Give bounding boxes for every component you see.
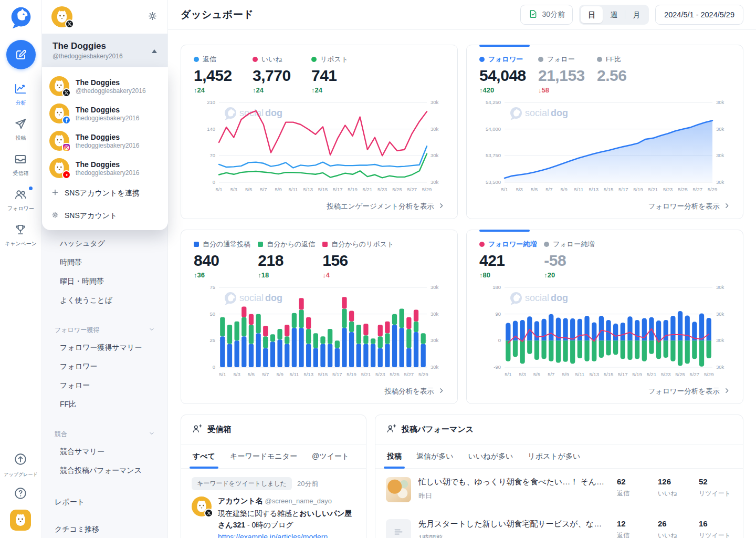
sidebar-menu-item[interactable]: 時間帯: [42, 253, 167, 272]
svg-text:5/21: 5/21: [648, 187, 658, 192]
chevron-right-icon: [438, 202, 445, 211]
metric-posts[interactable]: 自分の通常投稿840↑36: [194, 240, 258, 280]
youtube-platform-badge: [62, 170, 71, 179]
user-avatar[interactable]: [10, 510, 31, 531]
card-footer-link[interactable]: フォロワー分析を表示: [479, 382, 730, 404]
svg-text:dog: dog: [551, 293, 568, 303]
compose-button[interactable]: [6, 40, 36, 69]
metric-value: 421: [479, 252, 537, 270]
inbox-tabs: すべてキーワードモニター@ツイート: [181, 444, 366, 469]
sidebar-menu-item[interactable]: FF比: [42, 395, 167, 414]
sidebar-menu-item[interactable]: よく使うことば: [42, 291, 167, 310]
metric-engagement[interactable]: 返信1,452↑24: [194, 55, 253, 95]
svg-text:social: social: [525, 293, 549, 303]
inbox-tweet[interactable]: アカウント名 @screen_name_dayo 現在建築に関する雑感とおいしい…: [192, 496, 355, 538]
inbox-tab-1[interactable]: キーワードモニター: [230, 444, 297, 468]
chevron-down-icon: [149, 326, 155, 334]
metric-engagement[interactable]: いいね3,770↑24: [253, 55, 311, 95]
svg-text:5/15: 5/15: [318, 187, 328, 192]
rail-item-inbox[interactable]: 受信箱: [5, 152, 37, 177]
metric-followers[interactable]: FF比2.56: [597, 55, 656, 95]
rail-item-posts[interactable]: 投稿: [5, 117, 37, 142]
sidebar-menu-item[interactable]: ハッシュタグ: [42, 234, 167, 253]
refresh-button[interactable]: 30分前: [520, 5, 573, 25]
svg-text:5/7: 5/7: [548, 371, 554, 377]
period-tab-0[interactable]: 日: [581, 6, 603, 23]
post-stat-label: いいね: [658, 489, 691, 498]
svg-text:5/9: 5/9: [561, 187, 568, 192]
metric-delta: ↑80: [479, 271, 537, 280]
inbox-tab-2[interactable]: @ツイート: [312, 444, 349, 468]
campaign-icon: [14, 223, 27, 237]
rail-item-followers[interactable]: フォロワー: [5, 188, 37, 212]
svg-text:5/15: 5/15: [604, 371, 614, 377]
refresh-label: 30分前: [542, 10, 565, 19]
post-performance-row[interactable]: 先月スタートした新しい朝食宅配サービスが、なんと朝の…1時間前12返信26いいね…: [375, 511, 743, 538]
inbox-tab-0[interactable]: すべて: [193, 444, 215, 468]
account-option-youtube[interactable]: The Doggiesthedoggiesbakery2016: [42, 154, 168, 182]
account-option-facebook[interactable]: fThe Doggiesthedoggiesbakery2016: [42, 100, 168, 127]
svg-text:5/21: 5/21: [361, 371, 371, 377]
perf-tab-2[interactable]: いいねが多い: [468, 444, 513, 468]
metric-label: 自分からのリポスト: [331, 240, 394, 249]
sidebar-menu-item[interactable]: フォロワー: [42, 357, 167, 376]
sidebar-menu-item[interactable]: 競合サマリー: [42, 442, 167, 461]
legend-dot: [258, 242, 263, 247]
sidebar-top: [42, 0, 167, 34]
inbox-card: 受信箱 すべてキーワードモニター@ツイート キーワードをツイートしました 20分…: [181, 415, 366, 538]
metric-posts[interactable]: 自分からのリポスト156↓4: [322, 240, 401, 280]
chevron-right-icon: [438, 387, 445, 396]
date-range-button[interactable]: 2024/5/1 - 2024/5/29: [655, 5, 743, 25]
metric-posts[interactable]: 自分からの返信218↑18: [258, 240, 322, 280]
svg-text:5/13: 5/13: [303, 187, 313, 192]
post-performance-row[interactable]: 忙しい朝でも、ゆっくり朝食を食べたい…！ そんな夢を…昨日62返信126いいね5…: [375, 469, 743, 511]
sidebar-menu-item[interactable]: レポート: [42, 491, 167, 514]
svg-text:5/21: 5/21: [647, 371, 657, 377]
perf-tab-1[interactable]: 返信が多い: [416, 444, 454, 468]
perf-tab-0[interactable]: 投稿: [387, 444, 402, 468]
link-sns-account-button[interactable]: SNSアカウントを連携: [42, 182, 168, 204]
sidebar-section-header[interactable]: 競合: [42, 426, 167, 442]
sidebar-section-header[interactable]: フォロワー獲得: [42, 322, 167, 338]
socialdog-logo-icon: [9, 6, 33, 29]
account-name: The Doggies: [52, 41, 123, 51]
perf-tab-3[interactable]: リポストが多い: [528, 444, 580, 468]
help-button[interactable]: [14, 487, 27, 501]
svg-text:5/29: 5/29: [418, 371, 428, 377]
account-avatar[interactable]: [51, 6, 72, 27]
metric-engagement[interactable]: リポスト741↑24: [311, 55, 370, 95]
tweet-text: 現在建築に関する雑感とおいしいパン屋さん321 - 0時のブログ: [218, 508, 355, 531]
tweet-link[interactable]: https://example.jp/articles/modern: [218, 533, 349, 538]
sidebar-menu-item[interactable]: 競合投稿パフォーマンス: [42, 461, 167, 480]
sidebar-menu-item[interactable]: クチコミ推移: [42, 518, 167, 538]
period-tab-1[interactable]: 週: [603, 6, 625, 23]
card-footer-link[interactable]: 投稿分析を表示: [194, 382, 445, 404]
metric-followers[interactable]: フォロー21,153↓58: [538, 55, 597, 95]
svg-text:180: 180: [492, 284, 501, 290]
account-option-instagram[interactable]: The Doggiesthedoggiesbakery2016: [42, 127, 168, 154]
card-footer-link[interactable]: 投稿エンゲージメント分析を表示: [194, 198, 445, 219]
metric-card-engagement: 返信1,452↑24いいね3,770↑24リポスト741↑24030k7030k…: [181, 45, 458, 219]
metric-net[interactable]: フォロワー純増421↑80: [479, 240, 544, 280]
metric-label: フォロー純増: [553, 240, 594, 249]
sidebar-menu-item[interactable]: 曜日・時間帯: [42, 272, 167, 291]
post-stat-value: 62: [617, 477, 650, 486]
card-footer-link[interactable]: フォロワー分析を表示: [479, 198, 730, 219]
manage-sns-account-button[interactable]: SNSアカウント: [42, 204, 168, 227]
account-switcher-header[interactable]: The Doggies @thedoggiesbakery2016: [42, 34, 167, 67]
account-option-x[interactable]: The Doggies@thedoggiesbakery2016: [42, 73, 168, 100]
rail-item-analytics[interactable]: 分析: [5, 82, 37, 107]
metric-net[interactable]: フォロー純増-58↑20: [544, 240, 603, 280]
svg-text:54,000: 54,000: [486, 126, 501, 131]
upgrade-button[interactable]: アップグレード: [4, 452, 37, 478]
metric-delta: ↑24: [311, 86, 363, 95]
metric-label: フォロー: [547, 55, 575, 64]
settings-gear-icon[interactable]: [147, 11, 158, 23]
sidebar-menu-item[interactable]: フォロワー獲得サマリー: [42, 338, 167, 357]
svg-text:5/11: 5/11: [289, 187, 298, 192]
period-tab-2[interactable]: 月: [625, 6, 647, 23]
svg-text:30k: 30k: [716, 337, 724, 343]
sidebar-menu-item[interactable]: フォロー: [42, 376, 167, 395]
metric-followers[interactable]: フォロワー54,048↑420: [479, 55, 538, 95]
rail-item-campaign[interactable]: キャンペーン: [5, 223, 37, 247]
